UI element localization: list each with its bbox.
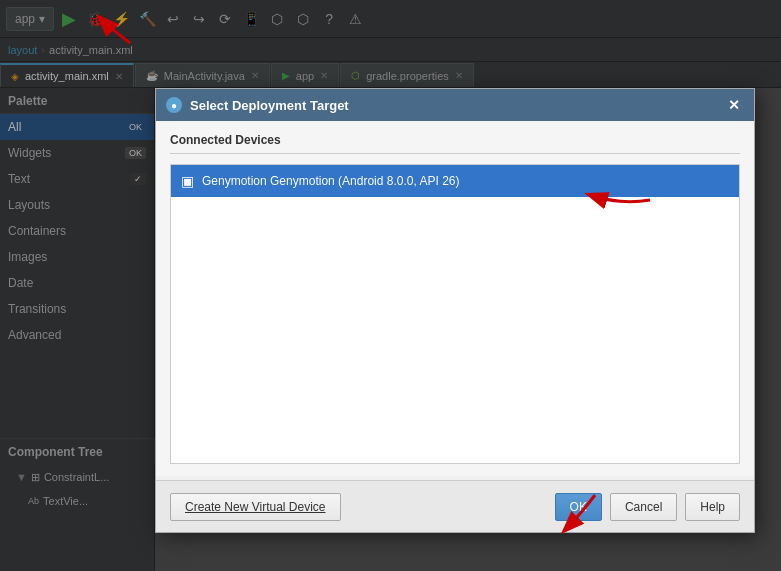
cancel-button[interactable]: Cancel — [610, 493, 677, 521]
dialog-body: Connected Devices ▣ Genymotion Genymotio… — [156, 121, 754, 476]
help-button[interactable]: Help — [685, 493, 740, 521]
ok-button[interactable]: OK — [555, 493, 602, 521]
dialog-titlebar: ● Select Deployment Target ✕ — [156, 89, 754, 121]
device-list[interactable]: ▣ Genymotion Genymotion (Android 8.0.0, … — [170, 164, 740, 464]
dialog-footer: Create New Virtual Device OK Cancel Help — [156, 480, 754, 532]
create-virtual-device-button[interactable]: Create New Virtual Device — [170, 493, 341, 521]
device-icon: ▣ — [181, 173, 194, 189]
dialog-close-button[interactable]: ✕ — [724, 95, 744, 115]
select-deployment-dialog: ● Select Deployment Target ✕ Connected D… — [155, 88, 755, 533]
device-label: Genymotion Genymotion (Android 8.0.0, AP… — [202, 174, 459, 188]
connected-devices-label: Connected Devices — [170, 133, 740, 147]
device-item-genymotion[interactable]: ▣ Genymotion Genymotion (Android 8.0.0, … — [171, 165, 739, 197]
dialog-title-icon: ● — [166, 97, 182, 113]
dialog-title: Select Deployment Target — [190, 98, 349, 113]
section-separator — [170, 153, 740, 154]
